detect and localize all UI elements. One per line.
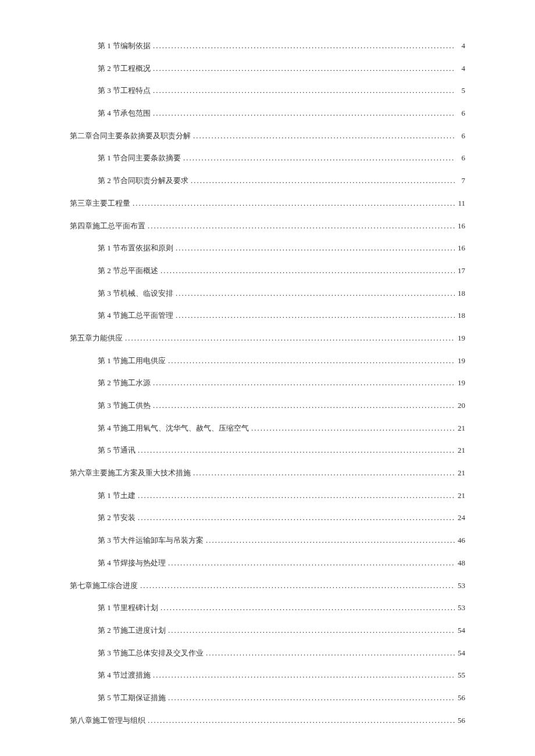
toc-entry-page: 54: [455, 648, 465, 658]
toc-leader-dots: [166, 625, 455, 636]
toc-entry: 第 4 节焊接与热处理48: [70, 558, 465, 568]
toc-leader-dots: [158, 266, 455, 276]
toc-leader-dots: [130, 198, 455, 209]
toc-entry: 第 2 节安装24: [70, 513, 465, 523]
toc-entry-page: 21: [455, 490, 465, 501]
toc-entry: 第 1 节布置依据和原则16: [70, 243, 465, 253]
toc-entry-title: 第八章施工管理与组织: [70, 715, 145, 726]
toc-entry-page: 19: [455, 378, 465, 388]
toc-entry-title: 第六章主要施工方案及重大技术措施: [70, 468, 191, 478]
toc-entry: 第 3 节大件运输卸车与吊装方案46: [70, 535, 465, 546]
toc-leader-dots: [166, 558, 455, 568]
toc-leader-dots: [151, 41, 455, 51]
toc-entry: 第 2 节施工进度计划54: [70, 625, 465, 636]
toc-entry-page: 4: [455, 41, 465, 51]
toc-leader-dots: [204, 648, 455, 658]
toc-leader-dots: [151, 378, 455, 388]
toc-entry-page: 24: [455, 513, 465, 523]
toc-entry-title: 第七章施工综合进度: [70, 581, 138, 591]
toc-entry-page: 55: [455, 670, 465, 680]
toc-entry-page: 56: [455, 693, 465, 703]
toc-entry: 第 2 节总平面概述17: [70, 266, 465, 276]
toc-entry: 第五章力能供应19: [70, 333, 465, 343]
toc-entry-page: 11: [455, 198, 465, 209]
toc-entry: 第 1 节里程碑计划53: [70, 603, 465, 613]
toc-leader-dots: [135, 513, 455, 523]
toc-entry: 第六章主要施工方案及重大技术措施21: [70, 468, 465, 478]
toc-entry: 第七章施工综合进度53: [70, 581, 465, 591]
toc-entry-title: 第二章合同主要条款摘要及职责分解: [70, 131, 191, 141]
toc-leader-dots: [151, 670, 455, 680]
toc-entry: 第八章施工管理与组织56: [70, 715, 465, 726]
toc-leader-dots: [191, 131, 455, 141]
toc-entry-title: 第四章施工总平面布置: [70, 221, 145, 231]
toc-leader-dots: [191, 468, 455, 478]
toc-entry-page: 21: [455, 468, 465, 478]
toc-leader-dots: [135, 445, 455, 456]
toc-entry-title: 第 3 节施工供热: [98, 400, 151, 411]
toc-entry-title: 第 3 节施工总体安排及交叉作业: [98, 648, 204, 658]
toc-entry-page: 16: [455, 243, 465, 253]
toc-entry-page: 53: [455, 581, 465, 591]
toc-leader-dots: [123, 333, 455, 343]
toc-entry-page: 53: [455, 603, 465, 613]
toc-entry-page: 6: [455, 153, 465, 163]
toc-leader-dots: [145, 221, 455, 231]
toc-entry: 第 4 节施工总平面管理18: [70, 310, 465, 321]
toc-entry: 第 1 节土建21: [70, 490, 465, 501]
toc-entry-page: 21: [455, 423, 465, 433]
toc-entry: 第 4 节承包范围6: [70, 108, 465, 119]
toc-entry: 第 3 节施工供热20: [70, 400, 465, 411]
toc-entry-page: 20: [455, 400, 465, 411]
toc-entry-title: 第 1 节编制依据: [98, 41, 151, 51]
toc-leader-dots: [138, 581, 455, 591]
toc-entry-title: 第 1 节合同主要条款摘要: [98, 153, 181, 163]
toc-entry-title: 第 4 节承包范围: [98, 108, 151, 119]
toc-entry-title: 第 3 节机械、临设安排: [98, 288, 173, 299]
toc-entry-title: 第 2 节合同职责分解及要求: [98, 175, 188, 186]
toc-entry: 第 1 节施工用电供应19: [70, 356, 465, 366]
toc-entry-title: 第 2 节施工进度计划: [98, 625, 166, 636]
toc-leader-dots: [181, 153, 455, 163]
toc-entry-page: 19: [455, 356, 465, 366]
toc-leader-dots: [145, 715, 455, 726]
toc-entry-title: 第 1 节布置依据和原则: [98, 243, 173, 253]
toc-entry-title: 第 4 节过渡措施: [98, 670, 151, 680]
toc-entry: 第 4 节施工用氧气、沈华气、赦气、压缩空气21: [70, 423, 465, 433]
toc-entry-title: 第三章主要工程量: [70, 198, 130, 209]
toc-entry-title: 第 1 节里程碑计划: [98, 603, 158, 613]
toc-entry-page: 7: [455, 175, 465, 186]
toc-leader-dots: [249, 423, 455, 433]
toc-entry: 第三章主要工程量11: [70, 198, 465, 209]
toc-entry-page: 5: [455, 85, 465, 96]
toc-entry: 第 5 节工期保证措施56: [70, 693, 465, 703]
toc-entry: 第 5 节通讯21: [70, 445, 465, 456]
toc-leader-dots: [166, 693, 455, 703]
toc-entry-title: 第 2 节安装: [98, 513, 135, 523]
toc-entry-page: 18: [455, 310, 465, 321]
toc-leader-dots: [173, 310, 455, 321]
toc-leader-dots: [173, 288, 455, 299]
toc-entry-title: 第五章力能供应: [70, 333, 123, 343]
toc-entry-page: 17: [455, 266, 465, 276]
toc-leader-dots: [188, 175, 455, 186]
toc-entry-page: 56: [455, 715, 465, 726]
toc-entry-title: 第 4 节焊接与热处理: [98, 558, 166, 568]
toc-entry-page: 4: [455, 63, 465, 74]
toc-entry: 第 2 节合同职责分解及要求7: [70, 175, 465, 186]
toc-entry: 第四章施工总平面布置16: [70, 221, 465, 231]
toc-entry-title: 第 2 节总平面概述: [98, 266, 158, 276]
toc-entry-page: 46: [455, 535, 465, 546]
toc-entry-title: 第 2 节施工水源: [98, 378, 151, 388]
toc-leader-dots: [173, 243, 455, 253]
toc-entry-page: 6: [455, 108, 465, 119]
toc-entry-page: 54: [455, 625, 465, 636]
toc-leader-dots: [151, 63, 455, 74]
toc-leader-dots: [204, 535, 455, 546]
toc-entry-title: 第 5 节工期保证措施: [98, 693, 166, 703]
toc-entry-page: 19: [455, 333, 465, 343]
toc-entry: 第 1 节编制依据4: [70, 41, 465, 51]
toc-entry-title: 第 4 节施工用氧气、沈华气、赦气、压缩空气: [98, 423, 249, 433]
toc-entry-page: 48: [455, 558, 465, 568]
toc-entry-page: 6: [455, 131, 465, 141]
